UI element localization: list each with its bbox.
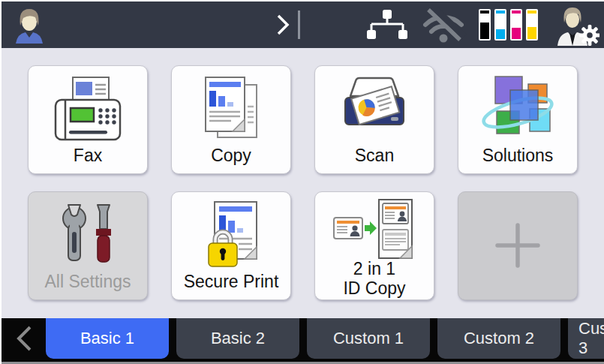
ink-cartridge-yellow — [526, 9, 538, 41]
tab-basic-2[interactable]: Basic 2 — [176, 318, 299, 359]
expand-panel-control[interactable] — [276, 11, 300, 39]
tile-2in1-id-copy[interactable]: 2 in 1 ID Copy — [314, 191, 434, 300]
chevron-right-icon — [276, 13, 290, 37]
tab-custom-1[interactable]: Custom 1 — [307, 318, 430, 359]
tile-label: Solutions — [482, 146, 554, 166]
tile-solutions[interactable]: Solutions — [458, 65, 578, 174]
tile-scan[interactable]: Scan — [314, 65, 434, 174]
ink-levels-indicator[interactable] — [479, 9, 538, 41]
tile-label: 2 in 1 ID Copy — [343, 260, 405, 299]
tab-label: Basic 2 — [211, 329, 265, 348]
tab-label: Custom 1 — [333, 329, 404, 348]
tile-label: Copy — [211, 146, 251, 166]
tile-secure-print[interactable]: Secure Print — [171, 191, 291, 300]
tab-scroll-left-button[interactable] — [2, 318, 46, 359]
ink-cartridge-magenta — [510, 9, 522, 41]
printer-touchscreen: Fax — [0, 0, 604, 364]
solutions-orbit-icon — [479, 72, 557, 146]
chevron-left-icon — [15, 324, 33, 353]
tile-label: Scan — [355, 146, 394, 166]
tile-copy[interactable]: Copy — [171, 65, 291, 174]
tile-label: Secure Print — [184, 272, 279, 292]
home-tile-grid: Fax — [2, 48, 604, 300]
tile-label: Fax — [74, 146, 102, 166]
wifi-disabled-icon[interactable] — [420, 7, 467, 43]
user-avatar-icon[interactable] — [12, 6, 47, 44]
wrench-screwdriver-icon — [53, 198, 122, 272]
tile-all-settings[interactable]: All Settings — [28, 191, 148, 300]
tab-basic-1[interactable]: Basic 1 — [46, 318, 169, 359]
tab-label: Custom 2 — [464, 329, 534, 348]
tile-label: All Settings — [44, 272, 131, 292]
tile-add-shortcut[interactable] — [458, 191, 578, 300]
wired-network-icon[interactable] — [366, 8, 408, 41]
id-card-copy-icon — [332, 198, 416, 260]
admin-user-settings-icon[interactable] — [553, 4, 599, 46]
ink-cartridge-black — [479, 9, 491, 41]
copy-documents-icon — [194, 72, 269, 146]
topbar-divider — [298, 11, 300, 39]
flatbed-scanner-icon — [335, 72, 413, 146]
ink-cartridge-cyan — [494, 9, 506, 41]
document-lock-icon — [194, 198, 269, 272]
home-tab-bar: Basic 1 Basic 2 Custom 1 Custom 2 Custom… — [2, 318, 604, 364]
fax-machine-icon — [50, 72, 125, 146]
tab-custom-2[interactable]: Custom 2 — [437, 318, 560, 359]
tile-fax[interactable]: Fax — [28, 65, 148, 174]
tab-custom-3-partial[interactable]: Custom 3 — [568, 318, 604, 359]
tab-label: Custom 3 — [578, 319, 604, 358]
plus-icon — [493, 198, 542, 292]
tab-label: Basic 1 — [80, 329, 134, 348]
top-status-bar — [2, 2, 604, 48]
